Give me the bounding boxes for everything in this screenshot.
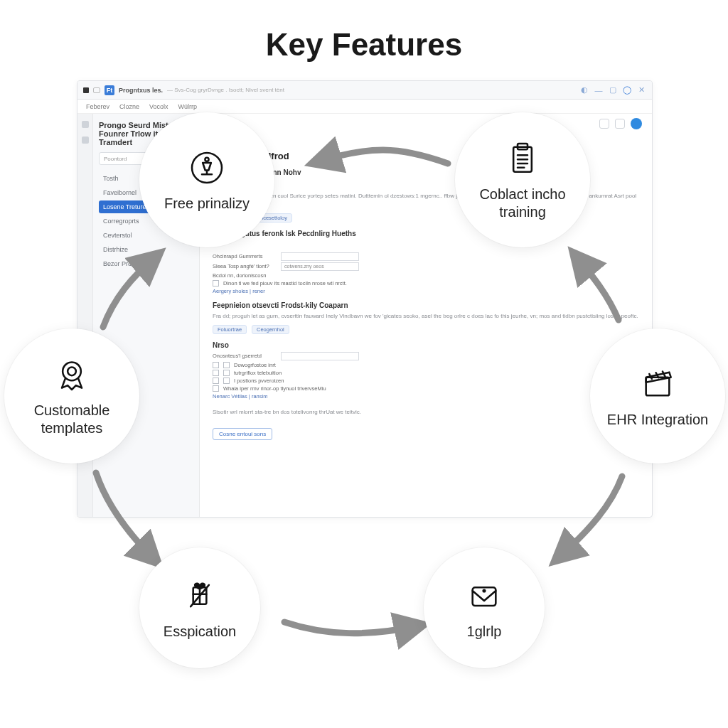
- svg-point-4: [63, 363, 81, 381]
- feature-customable-templates: Customable templates: [4, 328, 139, 464]
- mock-tiny: av: [213, 240, 639, 248]
- page-title: Key Features: [0, 27, 728, 63]
- mock-form-label: Sleea Tosp angfè' tlont?: [213, 263, 277, 269]
- mock-links: Aergery sholes | rener: [213, 288, 639, 294]
- gift-heart-icon: [180, 576, 220, 616]
- badge-ribbon-icon: [52, 355, 92, 395]
- feature-free-prinalizy: Free prinalizy: [139, 112, 274, 247]
- checkbox-icon: [213, 280, 219, 287]
- feature-label: Coblact incho training: [464, 186, 582, 221]
- window-max-icon: ▢: [608, 85, 618, 95]
- mock-checkbox-label: Dowogrfostoe inrt: [234, 362, 276, 368]
- mock-checkbox-label: tutrgrifiox telebuition: [234, 370, 282, 376]
- mock-checkbox-label: Whala iper rmv rinor-op tlynuol trivervs…: [223, 385, 326, 392]
- mock-field: cotwens.zny oeos: [281, 262, 359, 271]
- menu-item: Clozne: [119, 103, 139, 110]
- brand-badge-icon: Ft: [105, 85, 114, 95]
- feature-esspication: Esspication: [139, 547, 260, 668]
- checkbox-icon: [223, 370, 230, 376]
- window-action-icon: ◐: [579, 85, 589, 95]
- window-help-icon: ◯: [622, 85, 632, 95]
- feature-coblact-training: Coblact incho training: [455, 112, 590, 247]
- mock-links: Nenarc Vétilas | ransim: [213, 393, 639, 400]
- checkbox-icon: [223, 362, 230, 368]
- clipboard-icon: [503, 139, 542, 178]
- mock-menubar: Feberev Clozne Vocolx Wülrrp: [77, 100, 652, 114]
- feature-ehr-integration: EHR Integration: [590, 328, 725, 464]
- sidebar-item: Distrhize: [99, 243, 193, 256]
- mock-checkbox-label: I postions pvveroizen: [234, 378, 284, 384]
- head-icon: [599, 119, 609, 129]
- window-close-icon: ✕: [636, 85, 646, 95]
- rail-icon: [82, 136, 89, 144]
- svg-point-1: [205, 157, 208, 161]
- mock-checkbox-label: Dinon tl we fed piouv its mastid tociln …: [223, 280, 347, 287]
- menu-item: Wülrrp: [178, 103, 198, 110]
- mock-form-label: Bcdol nn, dorioniscosn: [213, 272, 277, 279]
- menu-item: Feberev: [86, 103, 109, 110]
- mock-h3: Feepnieion otsevcti Frodst-kily Coaparn: [213, 301, 639, 309]
- checkbox-icon: [213, 370, 219, 376]
- window-min-icon: —: [594, 85, 604, 95]
- mock-field: [281, 252, 359, 261]
- feature-label: 1glrlp: [467, 623, 502, 641]
- mock-tag: Foluortrae: [213, 325, 247, 334]
- checkbox-icon: [213, 385, 219, 392]
- svg-point-5: [68, 368, 76, 376]
- feature-label: Customable templates: [13, 402, 131, 437]
- mock-subtitle-text: — Svs-Cog gryrDvnge . Isoctt; Nivel sven…: [167, 87, 284, 93]
- window-shape-icon: [93, 87, 100, 93]
- mock-footnote: Sisotir wrl mlorrt sta-tre bn dos toteli…: [213, 408, 639, 417]
- rail-icon: [82, 121, 89, 128]
- mock-form-label: Onosnteus'l gserretd: [213, 353, 277, 359]
- feature-label: EHR Integration: [607, 411, 708, 429]
- window-dot-icon: [83, 87, 89, 93]
- checkbox-icon: [213, 378, 219, 384]
- mock-head-icons: [599, 118, 642, 129]
- mock-title-text: Progntxus les.: [119, 87, 163, 94]
- film-clapper-icon: [638, 364, 678, 404]
- checkbox-icon: [213, 362, 219, 368]
- head-icon: [615, 119, 625, 129]
- mock-primary-button: Cosne entoui sons: [213, 428, 272, 440]
- sidebar-item: Bezor Proctimos: [99, 257, 193, 270]
- feature-label: Free prinalizy: [164, 195, 250, 213]
- mock-tag: Ceogernhol: [252, 325, 289, 334]
- feature-label: Esspication: [164, 623, 236, 641]
- mock-h3: Nrso: [213, 341, 639, 349]
- mock-paragraph: Fra dd; proguh let as gurn, cvserttin fa…: [213, 312, 639, 321]
- envelope-icon: [464, 576, 504, 616]
- head-avatar-icon: [631, 118, 642, 129]
- mock-h3: Ttos erugutus feronk lsk Pecdnlirg Hueth…: [213, 230, 639, 237]
- checkbox-icon: [223, 378, 230, 384]
- mock-titlebar: Ft Progntxus les. — Svs-Cog gryrDvnge . …: [77, 81, 652, 100]
- menu-item: Vocolx: [149, 103, 168, 110]
- svg-point-9: [482, 589, 486, 592]
- feature-1glrlp: 1glrlp: [424, 547, 545, 668]
- mock-field: [281, 352, 359, 360]
- mock-form-label: Ohcinrapd Gumrrerts: [213, 253, 277, 259]
- person-circle-icon: [187, 148, 227, 188]
